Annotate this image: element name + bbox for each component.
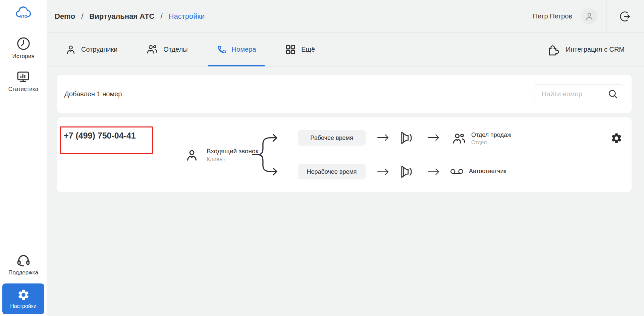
target-title: Автоответчик [469,168,506,175]
arrow-right-icon [377,167,389,176]
numbers-toolbar-card: Добавлен 1 номер [57,75,632,113]
tab-label: Ещё [301,46,315,53]
numbers-count-status: Добавлен 1 номер [64,90,122,98]
search-input[interactable] [541,90,607,98]
header-right: Петр Петров [533,0,644,33]
sidebar-item-settings[interactable]: Настройки [2,283,44,314]
grid-icon [285,44,296,55]
virtual-pbx-app: АТС История Статистика [0,0,644,316]
source-subtitle: Клиент [207,156,258,163]
number-settings-gear-button[interactable] [610,132,623,144]
target-title: Отдел продаж [471,131,511,139]
breadcrumb-current: Настройки [169,12,205,21]
sidebar-item-support[interactable]: Поддержка [8,253,38,276]
sidebar-item-statistics[interactable]: Статистика [8,70,38,93]
gear-icon [17,288,30,301]
tab-label: Номера [232,46,256,53]
avatar[interactable] [581,8,597,24]
logout-button[interactable] [606,10,644,23]
clock-icon [16,36,31,51]
card-vertical-divider [173,117,173,192]
offwork-time-chip[interactable]: Нерабочее время [298,164,366,179]
breadcrumb: Demo / Виртуальная АТС / Настройки [55,12,205,21]
statistics-monitor-icon [16,70,30,84]
crm-label: Интеграция с CRM [566,46,625,53]
content: Добавлен 1 номер +7 (499) 750-04-41 [47,66,644,316]
breadcrumb-separator: / [160,12,162,21]
logo-text: АТС [19,14,27,18]
main-area: Demo / Виртуальная АТС / Настройки Петр … [47,0,644,316]
arrow-right-icon [428,133,440,142]
voicemail-icon [450,168,464,175]
tab-more[interactable]: Ещё [276,33,324,66]
person-icon [65,44,76,55]
arrow-right-icon [428,167,440,176]
target-text: Отдел продаж Отдел [471,131,511,146]
arrow-right-icon [377,133,389,142]
target-subtitle: Отдел [471,140,511,146]
search-box [535,85,623,103]
breadcrumb-root[interactable]: Demo [55,12,75,21]
tab-employees[interactable]: Сотрудники [57,33,126,66]
people-icon [146,44,158,55]
source-text: Входящий звонок Клиент [207,148,258,163]
phone-number[interactable]: +7 (499) 750-04-41 [64,131,136,141]
branch-fork-icon [251,134,289,176]
tab-departments[interactable]: Отделы [138,33,196,66]
sidebar: АТС История Статистика [0,0,47,316]
header: Demo / Виртуальная АТС / Настройки Петр … [47,0,644,33]
tabbar: Сотрудники Отделы Номе [47,33,644,66]
offwork-target-voicemail[interactable]: Автоответчик [450,168,506,175]
headset-icon [16,253,31,267]
tab-label: Отделы [163,46,187,53]
chip-label: Нерабочее время [307,168,357,175]
sidebar-item-history[interactable]: История [12,36,35,60]
number-routing-card: +7 (499) 750-04-41 Входящий звонок Клиен… [57,117,632,192]
sidebar-item-label: Поддержка [8,269,38,276]
sidebar-item-label: Настройки [10,303,36,309]
puzzle-icon [547,44,559,56]
chip-label: Рабочее время [310,135,353,142]
people-icon [452,132,466,145]
sidebar-item-label: История [12,53,35,60]
person-icon [584,11,594,21]
source-title: Входящий звонок [207,148,258,155]
sidebar-item-label: Статистика [8,86,38,93]
work-time-chip[interactable]: Рабочее время [298,130,366,146]
crm-integration-button[interactable]: Интеграция с CRM [547,33,644,66]
cloud-icon: АТС [15,5,32,20]
work-time-target-department[interactable]: Отдел продаж Отдел [452,131,511,146]
search-icon[interactable] [607,89,618,99]
logout-icon [619,10,632,23]
atc-cloud-logo[interactable]: АТС [15,5,32,20]
breadcrumb-separator: / [81,12,83,21]
speaker-icon [400,164,413,179]
person-icon [185,149,199,162]
user-name: Петр Петров [533,12,572,20]
gear-icon [610,132,623,144]
tab-label: Сотрудники [81,46,117,53]
phone-icon [217,45,227,55]
incoming-call-source: Входящий звонок Клиент [185,148,258,163]
breadcrumb-section[interactable]: Виртуальная АТС [89,12,154,21]
speaker-icon [400,130,413,145]
tab-numbers[interactable]: Номера [208,33,265,66]
